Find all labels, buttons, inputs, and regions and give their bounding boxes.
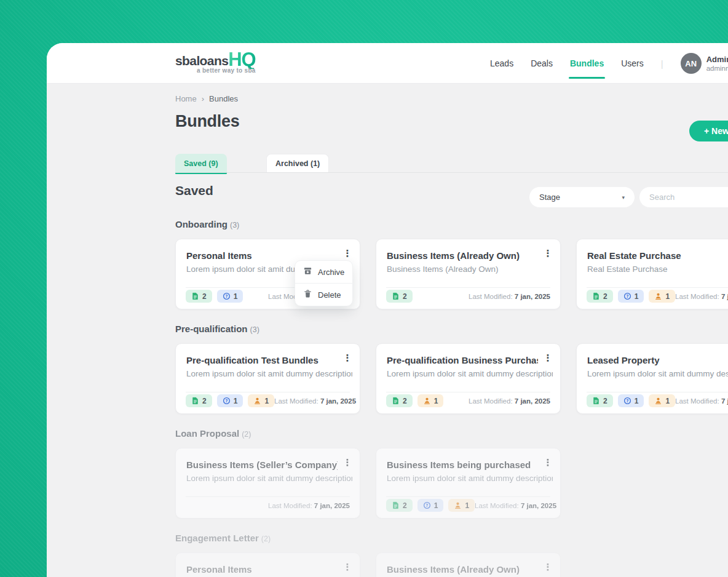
card-divider [186,496,350,497]
last-modified: Last Modified: 7 jan, 2025 [469,397,550,405]
stage-filter-label: Stage [539,193,560,202]
section-count: (3) [250,325,259,334]
user-menu[interactable]: ANAdmin_nameadminname76@gr [681,53,728,74]
chevron-down-icon: ▾ [622,194,625,201]
svg-text:?: ? [425,503,428,508]
card-footer: 21Last Modified: 7 jan, 2025 [386,394,550,407]
nav-item-deals[interactable]: Deals [531,58,553,68]
section-onboarding: Onboarding(3)Personal Items⋮Lorem ipsum … [175,219,728,229]
new-bundle-button[interactable]: + New [689,121,728,141]
badge-value: 1 [465,501,469,510]
last-modified-label: Last Modified: [675,293,719,300]
bundle-card-description: Business Items (Already Own) [387,265,553,274]
bundle-card-description: Lorem ipsum dolor sit amit dummy descrip… [186,474,352,483]
last-modified: Last Modified: 7 jan, 2025 [274,397,356,405]
badge-group: 21 [386,394,443,407]
bundle-card[interactable]: Real Estate Purchase⋮Real Estate Purchas… [576,239,728,309]
kebab-menu-icon[interactable]: ⋮ [341,562,354,573]
card-footer: 2?11Last Modified: 7 jan, 2025 [587,394,728,407]
breadcrumb-separator-icon: › [202,94,204,103]
last-modified-label: Last Modified: [675,397,719,405]
badge-value: 1 [635,397,639,405]
last-modified-label: Last Modified: [268,502,312,509]
badge-value: 2 [403,292,407,301]
badge-group: 2?11 [186,394,274,407]
kebab-menu-icon[interactable]: ⋮ [542,457,554,468]
kebab-menu-icon[interactable]: ⋮ [542,562,554,573]
breadcrumb: Home › Bundles [175,94,238,103]
nav-item-bundles[interactable]: Bundles [570,58,604,68]
bundle-card-title: Business Items (Already Own) [387,564,538,575]
section-label: Pre-qualification(3) [175,324,728,334]
badge-value: 1 [635,292,639,301]
bundle-card[interactable]: Personal Items⋮ [175,552,360,577]
bundle-card[interactable]: Business Items (Seller’s Company)⋮Lorem … [175,448,360,519]
section-label: Engagement Letter(2) [175,533,728,543]
user-name: Admin_name [706,55,728,64]
card-divider [587,392,728,392]
stage-filter-select[interactable]: Stage ▾ [529,187,635,207]
badge-documents: 2 [587,394,613,407]
kebab-menu-icon[interactable]: ⋮ [341,248,354,259]
card-footer: Last Modified: 7 jan, 2025 [186,499,350,512]
svg-text:?: ? [626,399,628,404]
badge-value: 2 [202,397,207,405]
logo-accent-text: HQ [228,50,256,69]
section-count: (3) [230,221,239,229]
nav-item-leads[interactable]: Leads [490,58,513,68]
section-pre-qualification: Pre-qualification(3)Pre-qualification Te… [175,324,728,334]
document-icon [191,397,199,405]
last-modified-label: Last Modified: [274,397,318,405]
badge-group: 2?11 [386,499,475,512]
card-footer: 2?11Last Modified: 7 jan, 2025 [386,499,550,512]
last-modified-date: 7 jan, 2025 [721,293,728,300]
menu-item-delete[interactable]: Delete [295,284,352,306]
kebab-menu-icon[interactable]: ⋮ [341,457,354,468]
badge-value: 2 [202,292,207,301]
section-name: Loan Proposal [175,428,239,439]
last-modified-date: 7 jan, 2025 [521,502,556,509]
nav-item-users[interactable]: Users [621,58,644,68]
bundle-card[interactable]: Business Items (Already Own)⋮Business It… [376,239,561,309]
badge-documents: 2 [186,290,212,303]
bundle-card[interactable]: Pre-qualification Business Purchase⋮Lore… [376,343,561,414]
document-icon [592,397,600,405]
badge-documents: 2 [186,394,212,407]
badge-value: 1 [234,397,238,405]
last-modified-date: 7 jan, 2025 [515,397,550,405]
section-count: (2) [242,430,251,439]
bundle-card[interactable]: Business Items (Already Own)⋮ [376,552,561,577]
search-input[interactable] [639,187,728,207]
app-window: sbaloansHQ a better way to sba LeadsDeal… [47,43,728,577]
bundle-card[interactable]: Leased Property⋮Lorem ipsum dolor sit am… [576,343,728,414]
bundle-card[interactable]: Pre-qualification Test Bundles⋮Lorem ips… [175,343,360,414]
section-label: Loan Proposal(2) [175,428,728,439]
app-header: sbaloansHQ a better way to sba LeadsDeal… [47,43,728,84]
tab-archived[interactable]: Archived (1) [266,154,329,173]
card-divider [587,287,728,288]
kebab-menu-icon[interactable]: ⋮ [542,248,554,259]
bundle-card[interactable]: Business Items being purchased⋮Lorem ips… [376,448,561,519]
document-icon [592,292,600,300]
kebab-menu-icon[interactable]: ⋮ [341,352,354,364]
last-modified: Last Modified: 7 jan, 2025 [675,397,728,405]
breadcrumb-home[interactable]: Home [175,94,197,103]
badge-questions: ?1 [417,499,444,512]
user-icon [423,397,431,405]
kebab-menu-icon[interactable]: ⋮ [542,352,554,364]
card-footer: 2Last Modified: 7 jan, 2025 [386,290,550,303]
badge-value: 2 [603,397,607,405]
badge-documents: 2 [386,290,413,303]
document-icon [191,292,199,300]
menu-item-label: Delete [318,290,341,300]
badge-questions: ?1 [217,394,243,407]
question-icon: ? [423,501,431,509]
app-logo[interactable]: sbaloansHQ a better way to sba [175,50,256,74]
badge-questions: ?1 [618,290,644,303]
menu-item-archive[interactable]: Archive [295,261,352,283]
tab-saved[interactable]: Saved (9) [175,154,227,173]
document-icon [392,501,400,509]
badge-users: 1 [417,394,444,407]
last-modified-date: 7 jan, 2025 [314,502,350,509]
badge-value: 2 [403,501,407,510]
